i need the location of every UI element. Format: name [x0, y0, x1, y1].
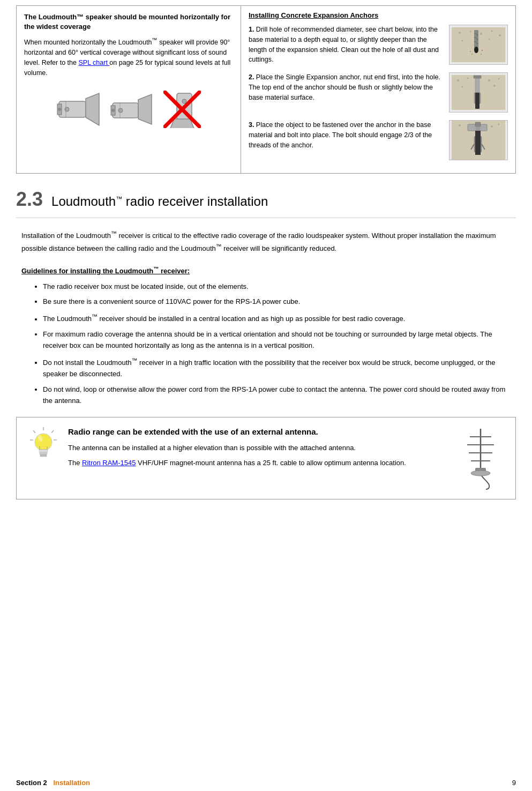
svg-line-60 — [33, 430, 35, 433]
svg-point-34 — [471, 54, 473, 55]
top-section: The Loudmouth™ speaker should be mounted… — [16, 5, 516, 174]
anchor-img-3 — [449, 120, 508, 160]
bullet-4: For maximum radio coverage the antenna s… — [43, 329, 516, 352]
step-1-num: 1. — [249, 26, 254, 33]
speaker-correct-2 — [110, 88, 158, 131]
svg-point-31 — [474, 47, 478, 53]
svg-point-51 — [498, 124, 499, 125]
bullet-6: Do not wind, loop or otherwise allow the… — [43, 384, 516, 407]
svg-line-62 — [51, 430, 54, 433]
svg-point-4 — [65, 107, 69, 111]
svg-rect-43 — [475, 77, 479, 93]
speaker-correct-1 — [56, 88, 104, 131]
page-content: The Loudmouth™ speaker should be mounted… — [0, 0, 532, 542]
anchor-step-1: 1. Drill hole of recommended diameter, s… — [249, 25, 508, 65]
svg-point-48 — [459, 124, 461, 126]
section-number: 2.3 — [16, 190, 43, 209]
svg-point-33 — [482, 50, 483, 51]
svg-rect-58 — [475, 131, 481, 155]
bullet-2: Be sure there is a convenient source of … — [43, 296, 516, 308]
svg-point-20 — [480, 33, 482, 35]
svg-point-14 — [182, 99, 186, 103]
guidelines-heading: Guidelines for installing the Loudmouth™… — [16, 265, 516, 274]
step-2-text: Place the Single Expansion anchor, nut e… — [249, 73, 440, 101]
svg-point-25 — [488, 39, 490, 40]
section-intro: Installation of the Loudmouth™ receiver … — [16, 229, 516, 255]
svg-point-18 — [459, 32, 461, 34]
svg-rect-6 — [113, 103, 138, 118]
svg-point-37 — [457, 79, 459, 81]
x-mark-wrong — [163, 91, 201, 128]
left-heading: The Loudmouth™ speaker should be mounted… — [24, 12, 233, 32]
ritron-link[interactable]: Ritron RAM-1545 — [82, 459, 136, 467]
info-box: Radio range can be extended with the use… — [16, 417, 516, 499]
svg-rect-71 — [40, 454, 47, 457]
svg-point-39 — [488, 79, 490, 81]
svg-point-21 — [491, 31, 492, 32]
info-box-para2: The Ritron RAM-1545 VHF/UHF magnet-mount… — [68, 458, 448, 468]
right-col: Installing Concrete Expansion Anchors 1.… — [241, 6, 515, 173]
bullet-5: Do not install the Loudmouth™ receiver i… — [43, 356, 516, 380]
spl-link[interactable]: SPL chart — [78, 59, 109, 66]
svg-point-22 — [499, 34, 501, 36]
svg-point-41 — [461, 86, 463, 88]
step-3-num: 3. — [249, 121, 254, 129]
svg-point-64 — [35, 434, 52, 451]
footer-section: Section 2 Installation — [16, 779, 90, 787]
svg-point-35 — [481, 54, 482, 55]
svg-point-42 — [493, 85, 496, 87]
svg-point-19 — [469, 31, 471, 33]
svg-marker-7 — [138, 94, 152, 124]
lightbulb-icon — [27, 426, 59, 464]
anchor-img-1 — [449, 25, 508, 65]
svg-point-9 — [111, 109, 115, 112]
info-box-heading: Radio range can be extended with the use… — [68, 426, 448, 437]
svg-rect-53 — [475, 122, 481, 126]
svg-point-79 — [471, 471, 490, 476]
svg-marker-1 — [86, 93, 99, 125]
page-footer: Section 2 Installation 9 — [0, 774, 532, 791]
svg-point-23 — [461, 40, 463, 42]
left-body: When mounted horizontally the Loudmouth™… — [24, 36, 233, 78]
speaker-images — [24, 88, 233, 131]
anchor-heading: Installing Concrete Expansion Anchors — [249, 11, 508, 19]
step-3-text: Place the object to be fastened over the… — [249, 121, 432, 149]
section-title: Loudmouth™ radio receiver installation — [51, 195, 268, 208]
step-1-text: Drill hole of recommended diameter, see … — [249, 26, 439, 63]
svg-rect-69 — [39, 450, 48, 452]
svg-point-38 — [467, 78, 468, 79]
footer-page-number: 9 — [512, 779, 516, 787]
footer-section-label: Section 2 — [16, 779, 47, 787]
svg-rect-45 — [474, 76, 481, 78]
svg-point-50 — [491, 125, 493, 128]
svg-rect-46 — [475, 93, 479, 109]
info-box-para1: The antenna can be installed at a higher… — [68, 443, 448, 453]
guidelines-list: The radio receiver box must be located i… — [16, 281, 516, 407]
bullet-1: The radio receiver box must be located i… — [43, 281, 516, 293]
svg-rect-0 — [59, 101, 86, 117]
section-heading-row: 2.3 Loudmouth™ radio receiver installati… — [16, 190, 516, 209]
svg-point-40 — [498, 78, 499, 80]
bullet-3: The Loudmouth™ receiver should be instal… — [43, 312, 516, 325]
svg-point-3 — [58, 108, 61, 111]
left-col: The Loudmouth™ speaker should be mounted… — [17, 6, 241, 173]
anchor-img-2 — [449, 72, 508, 113]
svg-rect-70 — [40, 452, 47, 454]
svg-point-32 — [470, 51, 471, 52]
step-2-num: 2. — [249, 73, 254, 81]
divider — [16, 218, 516, 218]
anchor-step-3: 3. Place the object to be fastened over … — [249, 120, 508, 160]
antenna-image — [456, 426, 505, 490]
info-box-content: Radio range can be extended with the use… — [68, 426, 448, 472]
anchor-step-2: 2. Place the Single Expansion anchor, nu… — [249, 72, 508, 113]
svg-point-10 — [118, 108, 123, 113]
footer-section-value: Installation — [53, 779, 90, 787]
